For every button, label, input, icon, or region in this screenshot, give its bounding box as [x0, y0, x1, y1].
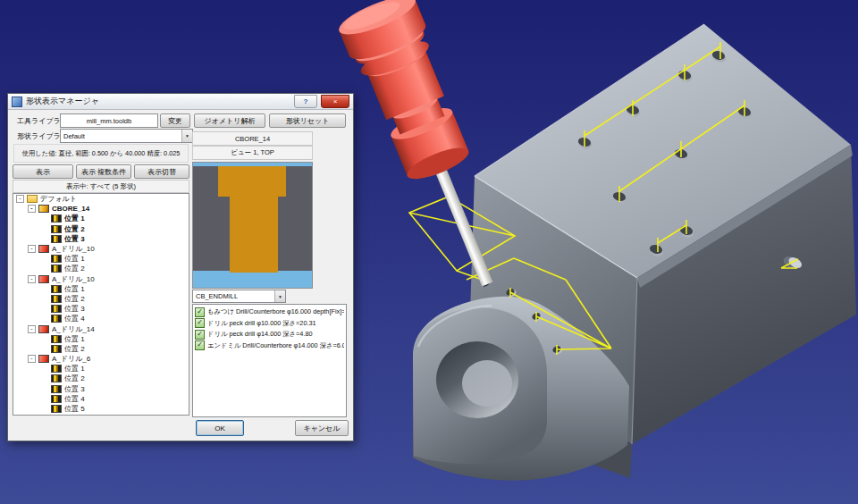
tree-item-label: A_ドリル_10 — [52, 274, 95, 284]
operation-label: ドリル peck drill φ14.000 深さ=4.80 — [207, 330, 313, 339]
status-text: 表示中: すべて (5 形状) — [13, 180, 189, 193]
preview-bottom-band — [193, 271, 312, 288]
show-button[interactable]: 表示 — [13, 164, 73, 179]
tree-item[interactable]: 位置 1 — [13, 254, 189, 264]
shape-yellow-icon — [38, 205, 49, 213]
tree-item-label: A_ドリル_10 — [52, 244, 95, 254]
tree-item[interactable]: 位置 2 — [13, 294, 189, 304]
position-icon — [51, 255, 62, 263]
tree-item-label: 位置 4 — [64, 314, 85, 323]
tree-item-label: 位置 1 — [64, 334, 85, 344]
checkbox-checked-icon[interactable]: ✓ — [195, 318, 205, 328]
tree-item[interactable]: -A_ドリル_14 — [13, 323, 189, 333]
tree-item[interactable]: -CBORE_14 — [13, 204, 189, 214]
position-icon — [51, 395, 62, 403]
tree-expander-icon[interactable]: - — [28, 205, 36, 213]
shape-red-icon — [38, 245, 49, 253]
checkbox-checked-icon[interactable]: ✓ — [195, 330, 205, 340]
tree-item[interactable]: 位置 3 — [13, 384, 189, 394]
change-button[interactable]: 変更 — [160, 113, 190, 128]
tree-item[interactable]: 位置 3 — [13, 234, 189, 244]
tree-item-label: 位置 5 — [64, 404, 85, 414]
position-icon — [51, 335, 62, 343]
tree-item[interactable]: 位置 1 — [13, 364, 189, 374]
operation-label: エンドミル Drill/Counterbore φ14.000 深さ=6.00 — [207, 341, 344, 350]
tool-select[interactable]: CB_ENDMILL ▼ — [192, 290, 286, 303]
tree-item-label: 位置 1 — [64, 364, 85, 374]
tree-expander-icon[interactable]: - — [28, 275, 36, 283]
tree-item-label: 位置 2 — [64, 344, 85, 354]
ok-button[interactable]: OK — [196, 420, 244, 436]
operation-row[interactable]: ✓ドリル peck drill φ14.000 深さ=4.80 — [193, 329, 346, 340]
tree-item[interactable]: 位置 2 — [13, 264, 189, 273]
tree-item[interactable]: 位置 2 — [13, 374, 189, 383]
geometry-analysis-button[interactable]: ジオメトリ解析 — [194, 113, 265, 128]
tree-item[interactable]: -A_ドリル_10 — [13, 274, 189, 284]
tool-select-value: CB_ENDMILL — [196, 292, 238, 300]
shape-red-icon — [38, 275, 49, 283]
position-icon — [51, 265, 62, 273]
folder-icon — [27, 195, 38, 203]
tree-expander-icon[interactable]: - — [28, 355, 36, 363]
tree-expander-icon[interactable]: - — [28, 325, 36, 333]
cancel-button[interactable]: キャンセル — [295, 420, 349, 436]
show-multi-conditions-button[interactable]: 表示 複数条件 — [76, 164, 131, 179]
operation-row[interactable]: ✓エンドミル Drill/Counterbore φ14.000 深さ=6.00 — [193, 340, 346, 352]
tree-item[interactable]: 位置 3 — [13, 304, 189, 314]
tree-item-label: A_ドリル_6 — [52, 354, 90, 364]
tree-item[interactable]: 位置 2 — [13, 224, 189, 234]
show-toggle-button[interactable]: 表示切替 — [134, 164, 189, 179]
dialog-titlebar[interactable]: 形状表示マネージャ ? × — [8, 94, 353, 110]
operation-label: もみつけ Drill/Counterbore φ16.000 depth[Fix… — [207, 307, 344, 316]
position-icon — [51, 285, 62, 293]
tool-library-field[interactable]: mill_mm.tooldb — [60, 113, 158, 128]
shape-display-manager-dialog: 形状表示マネージャ ? × 工具ライブラリ mill_mm.tooldb 変更 … — [7, 93, 354, 441]
tree-item[interactable]: -デフォルト — [13, 194, 189, 204]
application-window: 形状表示マネージャ ? × 工具ライブラリ mill_mm.tooldb 変更 … — [0, 0, 858, 504]
tree-item-label: 位置 2 — [64, 264, 85, 273]
close-icon[interactable]: × — [321, 95, 349, 108]
tree-item[interactable]: 位置 5 — [13, 404, 189, 414]
counterbore-profile-stem — [230, 197, 278, 273]
tree-item-label: 位置 2 — [64, 374, 85, 383]
position-icon — [51, 214, 62, 223]
position-icon — [51, 305, 62, 313]
shape-red-icon — [38, 355, 49, 363]
shape-preview — [192, 162, 313, 289]
operation-row[interactable]: ✓もみつけ Drill/Counterbore φ16.000 depth[Fi… — [193, 307, 346, 318]
tree-item[interactable]: 位置 1 — [13, 334, 189, 344]
tree-item-label: A_ドリル_14 — [52, 324, 95, 334]
shape-tree[interactable]: -デフォルト-CBORE_14位置 1位置 2位置 3-A_ドリル_10位置 1… — [13, 193, 189, 416]
shape-library-select[interactable]: Default ▼ — [60, 129, 193, 143]
tree-item-label: デフォルト — [40, 194, 77, 204]
chevron-down-icon[interactable]: ▼ — [274, 290, 285, 302]
tree-item-label: 位置 3 — [64, 234, 85, 244]
tree-item-label: 位置 3 — [64, 304, 85, 314]
app-icon — [12, 97, 22, 107]
chevron-down-icon[interactable]: ▼ — [181, 130, 192, 142]
checkbox-checked-icon[interactable]: ✓ — [195, 307, 205, 317]
shape-library-value: Default — [63, 132, 85, 140]
tree-item[interactable]: -A_ドリル_10 — [13, 244, 189, 254]
tree-item[interactable]: 位置 1 — [13, 284, 189, 294]
tree-item[interactable]: 位置 2 — [13, 344, 189, 354]
tree-item[interactable]: 位置 4 — [13, 394, 189, 404]
operation-row[interactable]: ✓ドリル peck drill φ10.000 深さ=20.31 — [193, 318, 346, 330]
position-icon — [51, 385, 62, 393]
tree-item-label: 位置 1 — [64, 254, 85, 264]
tree-item[interactable]: 位置 4 — [13, 314, 189, 323]
tree-item[interactable]: 位置 1 — [13, 214, 189, 223]
tree-expander-icon[interactable]: - — [28, 245, 36, 253]
operations-list[interactable]: ✓もみつけ Drill/Counterbore φ16.000 depth[Fi… — [192, 304, 347, 417]
shape-red-icon — [38, 325, 49, 333]
help-button[interactable]: ? — [294, 95, 317, 108]
position-icon — [51, 295, 62, 303]
tree-expander-icon[interactable]: - — [16, 195, 24, 203]
view-label: ビュー 1, TOP — [192, 146, 313, 160]
shape-name-label: CBORE_14 — [192, 131, 313, 146]
shape-reset-button[interactable]: 形状リセット — [269, 113, 346, 128]
tree-item[interactable]: -A_ドリル_6 — [13, 354, 189, 364]
position-icon — [51, 235, 62, 243]
tree-item-label: 位置 3 — [64, 384, 85, 394]
checkbox-checked-icon[interactable]: ✓ — [195, 340, 205, 350]
